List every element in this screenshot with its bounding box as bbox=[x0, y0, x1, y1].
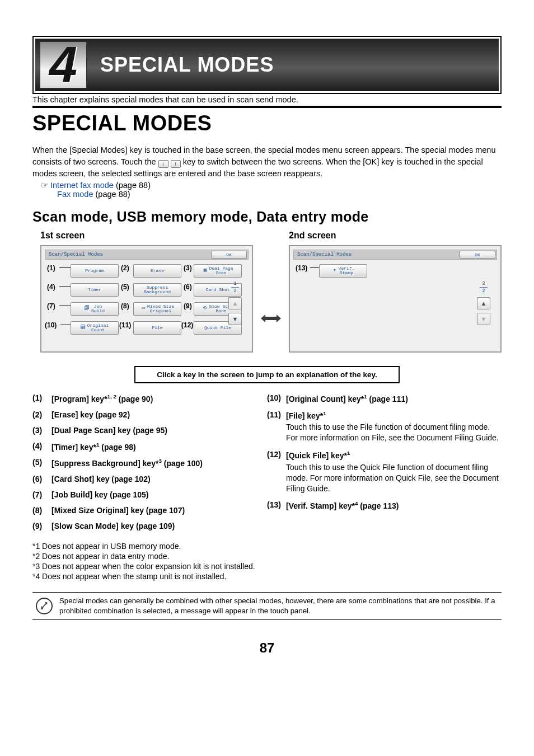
list-item-text: [File] key*1Touch this to use the File f… bbox=[286, 410, 502, 443]
scroll-down-button[interactable]: ▼ bbox=[228, 313, 242, 325]
page-indicator-divider bbox=[231, 287, 239, 288]
body-paragraph: When the [Special Modes] key is touched … bbox=[32, 144, 502, 180]
list-item-number: (13) bbox=[267, 500, 286, 510]
screen2-panel: Scan/Special Modes OK (13) ✶Verif. Stamp… bbox=[289, 245, 502, 353]
panel-title-bar: Scan/Special Modes OK bbox=[45, 250, 249, 260]
dual-page-text: Dual Page Scan bbox=[209, 266, 233, 276]
note-icon bbox=[36, 598, 53, 614]
list-item-number: (3) bbox=[32, 426, 51, 435]
list-item: (5)[Suppress Background] key*3 (page 100… bbox=[32, 458, 267, 468]
ok-button[interactable]: OK bbox=[211, 251, 247, 259]
marker-9: (9) bbox=[184, 302, 192, 310]
chapter-title: SPECIAL MODES bbox=[100, 53, 274, 77]
panel-title-bar-2: Scan/Special Modes OK bbox=[293, 250, 497, 260]
sub-heading: Scan mode, USB memory mode, Data entry m… bbox=[32, 209, 502, 225]
scroll-down-button-2[interactable]: ▼ bbox=[477, 313, 490, 325]
dual-page-icon: ▦ bbox=[202, 268, 208, 273]
panel2-body: (13) ✶Verif. Stamp 2 2 ▲ ▼ bbox=[293, 260, 497, 348]
chapter-banner: 4 SPECIAL MODES bbox=[32, 36, 502, 94]
original-count-key[interactable]: 🗟Original Count bbox=[71, 321, 119, 335]
job-build-key[interactable]: 🗐Job Build bbox=[71, 302, 119, 316]
file-key[interactable]: File bbox=[133, 321, 181, 335]
screen1-panel: Scan/Special Modes OK (1) Program (2) Er… bbox=[40, 245, 253, 353]
link-internet-fax[interactable]: Internet fax mode bbox=[50, 181, 114, 190]
list-item-number: (7) bbox=[32, 490, 51, 499]
screen2-head: 2nd screen bbox=[289, 231, 502, 241]
pointer-icon: ☞ bbox=[40, 181, 48, 190]
original-count-text: Original Count bbox=[87, 323, 109, 333]
xref2-page: (page 88) bbox=[93, 190, 130, 199]
verif-stamp-key[interactable]: ✶Verif. Stamp bbox=[319, 264, 367, 278]
lead-line bbox=[59, 267, 71, 268]
list-item: (7)[Job Build] key (page 105) bbox=[32, 490, 267, 499]
scroll-up-button-2[interactable]: ▲ bbox=[477, 297, 490, 309]
list-item-text: [Dual Page Scan] key (page 95) bbox=[51, 426, 267, 435]
dual-page-scan-key[interactable]: ▦Dual Page Scan bbox=[194, 264, 242, 278]
list-item: (4)[Timer] key*1 (page 98) bbox=[32, 442, 267, 452]
erase-key[interactable]: Erase bbox=[133, 264, 181, 278]
note-box: Special modes can generally be combined … bbox=[32, 592, 502, 620]
marker-13: (13) bbox=[296, 264, 307, 272]
list-item: (1)[Program] key*1, 2 (page 90) bbox=[32, 393, 267, 403]
footnote-line: *4 Does not appear when the stamp unit i… bbox=[32, 572, 502, 581]
lead-line bbox=[60, 325, 71, 325]
marker-6: (6) bbox=[184, 283, 192, 291]
right-key-list: (10)[Original Count] key*1 (page 111)(11… bbox=[267, 393, 502, 537]
ok-button-2[interactable]: OK bbox=[460, 251, 495, 259]
page-indicator-top-2: 2 bbox=[477, 281, 490, 287]
verif-stamp-icon: ✶ bbox=[332, 268, 338, 273]
list-item-number: (2) bbox=[32, 410, 51, 419]
marker-2: (2) bbox=[121, 264, 129, 272]
timer-key[interactable]: Timer bbox=[71, 283, 119, 297]
chapter-number-text: 4 bbox=[49, 40, 77, 90]
marker-7: (7) bbox=[47, 302, 55, 310]
program-key[interactable]: Program bbox=[71, 264, 119, 278]
screen1-head: 1st screen bbox=[40, 231, 253, 241]
mixed-size-key[interactable]: ▭Mixed Size Original bbox=[133, 302, 181, 316]
lead-line bbox=[59, 306, 71, 306]
link-fax-mode[interactable]: Fax mode bbox=[57, 190, 93, 199]
page-indicator-bottom-2: 2 bbox=[477, 288, 490, 294]
list-item: (12)[Quick File] key*1Touch this to use … bbox=[267, 450, 502, 494]
intro-text: This chapter explains special modes that… bbox=[32, 94, 502, 106]
section-divider bbox=[32, 106, 502, 108]
up-arrow-button: ↑ bbox=[171, 160, 181, 168]
list-item-text: [Timer] key*1 (page 98) bbox=[51, 442, 267, 452]
footnote-line: *2 Does not appear in data entry mode. bbox=[32, 552, 502, 561]
marker-8: (8) bbox=[121, 302, 129, 310]
footnote-line: *3 Does not appear when the color expans… bbox=[32, 562, 502, 571]
xref1-page: (page 88) bbox=[114, 181, 151, 190]
page-number: 87 bbox=[32, 640, 502, 656]
slow-scan-icon: ⟲ bbox=[202, 306, 208, 311]
list-item-text: [Program] key*1, 2 (page 90) bbox=[51, 393, 267, 403]
scroll-up-button[interactable]: ▲ bbox=[228, 297, 242, 309]
list-item-text: [Suppress Background] key*3 (page 100) bbox=[51, 458, 267, 468]
verif-stamp-text: Verif. Stamp bbox=[339, 266, 355, 276]
list-item-description: Touch this to use the File function of d… bbox=[286, 422, 502, 443]
list-item-number: (9) bbox=[32, 522, 51, 530]
section-title: SPECIAL MODES bbox=[32, 111, 502, 135]
double-arrow-icon bbox=[261, 310, 281, 327]
list-item: (10)[Original Count] key*1 (page 111) bbox=[267, 393, 502, 403]
marker-3: (3) bbox=[184, 264, 192, 272]
hint-box: Click a key in the screen to jump to an … bbox=[134, 366, 400, 383]
marker-1: (1) bbox=[47, 264, 55, 272]
list-item-number: (10) bbox=[267, 393, 286, 403]
page-indicator-divider-2 bbox=[480, 287, 488, 288]
list-item: (8)[Mixed Size Original] key (page 107) bbox=[32, 506, 267, 515]
list-item: (13)[Verif. Stamp] key*4 (page 113) bbox=[267, 500, 502, 510]
list-item-text: [Mixed Size Original] key (page 107) bbox=[51, 506, 267, 515]
job-build-icon: 🗐 bbox=[85, 306, 90, 311]
mixed-size-text: Mixed Size Original bbox=[147, 304, 174, 314]
suppress-bg-key[interactable]: Suppress Background bbox=[133, 283, 181, 297]
list-item-number: (8) bbox=[32, 506, 51, 515]
list-item-number: (1) bbox=[32, 393, 51, 403]
list-item-text: [Job Build] key (page 105) bbox=[51, 490, 267, 499]
mixed-size-icon: ▭ bbox=[140, 306, 146, 311]
list-item: (11)[File] key*1Touch this to use the Fi… bbox=[267, 410, 502, 443]
list-item-number: (11) bbox=[267, 410, 286, 443]
svg-marker-0 bbox=[261, 314, 281, 322]
panel-title-text: Scan/Special Modes bbox=[49, 252, 103, 257]
page-indicator-top: 1 bbox=[228, 281, 242, 287]
marker-11: (11) bbox=[119, 321, 131, 329]
